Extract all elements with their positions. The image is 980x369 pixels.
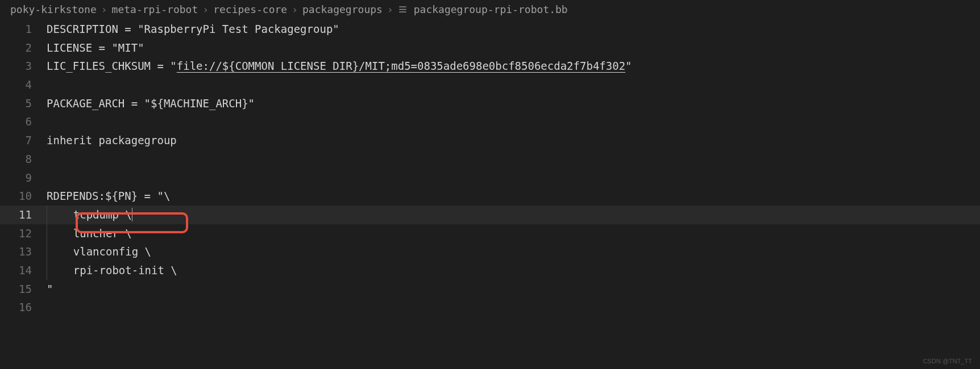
- chevron-right-icon: ›: [202, 3, 209, 15]
- code-content[interactable]: tcpdump \: [47, 206, 980, 224]
- line-number: 15: [0, 280, 47, 299]
- code-editor[interactable]: 1DESCRIPTION = "RaspberryPi Test Package…: [0, 19, 980, 317]
- line-number: 10: [0, 187, 47, 206]
- code-line[interactable]: 6: [0, 112, 980, 131]
- line-number: 13: [0, 242, 47, 261]
- code-line[interactable]: 16: [0, 298, 980, 317]
- code-line[interactable]: 12 luncher \: [0, 224, 980, 243]
- svg-rect-1: [399, 9, 406, 9]
- code-line[interactable]: 4: [0, 76, 980, 94]
- breadcrumb-segment[interactable]: meta-rpi-robot: [112, 3, 198, 15]
- code-line[interactable]: 9: [0, 169, 980, 187]
- code-line[interactable]: 5PACKAGE_ARCH = "${MACHINE_ARCH}": [0, 94, 980, 113]
- line-number: 14: [0, 261, 47, 280]
- chevron-right-icon: ›: [101, 3, 107, 15]
- file-icon: [398, 5, 408, 15]
- text-cursor: [132, 208, 133, 221]
- svg-rect-2: [399, 11, 406, 12]
- breadcrumb[interactable]: poky-kirkstone › meta-rpi-robot › recipe…: [0, 0, 980, 19]
- code-content[interactable]: LICENSE = "MIT": [47, 39, 980, 57]
- code-line[interactable]: 1DESCRIPTION = "RaspberryPi Test Package…: [0, 20, 980, 39]
- code-line[interactable]: 13 vlanconfig \: [0, 242, 980, 261]
- breadcrumb-file[interactable]: packagegroup-rpi-robot.bb: [414, 3, 568, 15]
- watermark: CSDN @TNT_TT: [923, 358, 972, 364]
- line-number: 6: [0, 112, 47, 131]
- breadcrumb-segment[interactable]: recipes-core: [213, 3, 287, 15]
- line-number: 7: [0, 131, 47, 150]
- chevron-right-icon: ›: [387, 3, 393, 15]
- breadcrumb-segment[interactable]: poky-kirkstone: [10, 3, 97, 15]
- line-number: 12: [0, 224, 47, 243]
- code-content[interactable]: DESCRIPTION = "RaspberryPi Test Packageg…: [47, 20, 980, 39]
- code-line[interactable]: 10RDEPENDS:${PN} = "\: [0, 187, 980, 206]
- chevron-right-icon: ›: [292, 3, 298, 15]
- svg-rect-0: [399, 6, 406, 7]
- code-line[interactable]: 2LICENSE = "MIT": [0, 39, 980, 57]
- code-content[interactable]: vlanconfig \: [47, 242, 980, 261]
- line-number: 1: [0, 20, 47, 39]
- line-number: 8: [0, 150, 47, 169]
- code-content[interactable]: rpi-robot-init \: [47, 261, 980, 280]
- code-line[interactable]: 3LIC_FILES_CHKSUM = "file://${COMMON_LIC…: [0, 57, 980, 76]
- code-content[interactable]: inherit packagegroup: [47, 131, 980, 150]
- code-line[interactable]: 7inherit packagegroup: [0, 131, 980, 150]
- code-content[interactable]: PACKAGE_ARCH = "${MACHINE_ARCH}": [47, 94, 980, 113]
- code-line[interactable]: 8: [0, 150, 980, 169]
- code-content[interactable]: luncher \: [47, 224, 980, 243]
- code-content[interactable]: LIC_FILES_CHKSUM = "file://${COMMON_LICE…: [47, 57, 980, 76]
- breadcrumb-segment[interactable]: packagegroups: [302, 3, 383, 15]
- code-line[interactable]: 11 tcpdump \: [0, 206, 980, 224]
- line-number: 4: [0, 76, 47, 94]
- code-content[interactable]: ": [47, 280, 980, 299]
- line-number: 9: [0, 169, 47, 187]
- code-content[interactable]: RDEPENDS:${PN} = "\: [47, 187, 980, 206]
- line-number: 3: [0, 57, 47, 76]
- line-number: 11: [0, 206, 47, 224]
- code-line[interactable]: 14 rpi-robot-init \: [0, 261, 980, 280]
- line-number: 2: [0, 39, 47, 57]
- line-number: 5: [0, 94, 47, 113]
- line-number: 16: [0, 298, 47, 317]
- code-line[interactable]: 15": [0, 280, 980, 299]
